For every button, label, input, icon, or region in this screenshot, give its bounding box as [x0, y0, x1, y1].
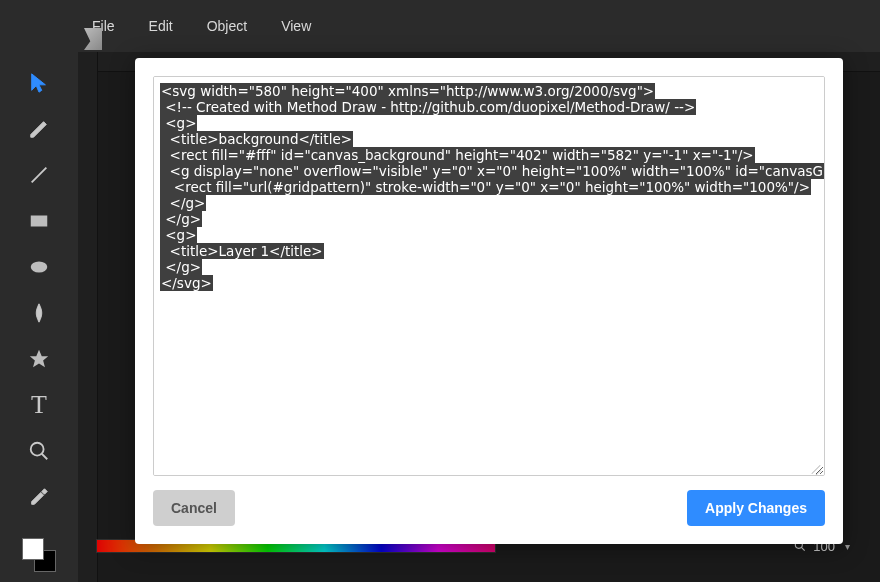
shape-tool[interactable] — [22, 342, 56, 376]
apply-changes-button[interactable]: Apply Changes — [687, 490, 825, 526]
svg-line-4 — [42, 454, 48, 460]
code-line: <rect fill="url(#gridpattern)" stroke-wi… — [160, 179, 818, 195]
svg-point-2 — [31, 262, 48, 273]
eyedropper-tool[interactable] — [22, 480, 56, 514]
ellipse-tool[interactable] — [22, 250, 56, 284]
code-line: <title>background</title> — [160, 131, 818, 147]
code-line: </g> — [160, 211, 818, 227]
svg-line-6 — [801, 547, 805, 551]
code-line: <rect fill="#fff" id="canvas_background"… — [160, 147, 818, 163]
chevron-down-icon: ▾ — [845, 541, 850, 552]
code-line: <g> — [160, 227, 818, 243]
svg-source-dialog: <svg width="580" height="400" xmlns="htt… — [135, 58, 843, 544]
menu-view[interactable]: View — [279, 14, 313, 38]
star-tool-icon — [28, 348, 50, 370]
code-line: <svg width="580" height="400" xmlns="htt… — [160, 83, 818, 99]
line-tool-icon — [28, 164, 50, 186]
app-root: File Edit Object View T — [0, 0, 880, 582]
svg-line-0 — [32, 168, 47, 183]
select-tool-icon — [28, 72, 50, 94]
code-line: <!-- Created with Method Draw - http://g… — [160, 99, 818, 115]
text-tool[interactable]: T — [22, 388, 56, 422]
zoom-tool[interactable] — [22, 434, 56, 468]
ellipse-tool-icon — [28, 256, 50, 278]
rect-tool[interactable] — [22, 204, 56, 238]
svg-rect-1 — [31, 216, 48, 227]
code-line: <g display="none" overflow="visible" y="… — [160, 163, 818, 179]
menu-object[interactable]: Object — [205, 14, 249, 38]
dialog-button-row: Cancel Apply Changes — [153, 490, 825, 526]
toolbar: T — [0, 52, 78, 582]
cancel-button[interactable]: Cancel — [153, 490, 235, 526]
svg-source-textarea[interactable]: <svg width="580" height="400" xmlns="htt… — [153, 76, 825, 476]
code-line: </g> — [160, 195, 818, 211]
svg-point-3 — [31, 443, 44, 456]
code-line: <g> — [160, 115, 818, 131]
zoom-tool-icon — [28, 440, 50, 462]
line-tool[interactable] — [22, 158, 56, 192]
code-line: </svg> — [160, 275, 818, 291]
path-tool-icon — [28, 302, 50, 324]
pencil-tool-icon — [28, 118, 50, 140]
fill-color-swatch — [22, 538, 44, 560]
menu-edit[interactable]: Edit — [147, 14, 175, 38]
app-logo-icon — [84, 28, 102, 50]
path-tool[interactable] — [22, 296, 56, 330]
code-line: <title>Layer 1</title> — [160, 243, 818, 259]
text-tool-icon: T — [31, 390, 47, 420]
color-swatch[interactable] — [20, 536, 58, 574]
code-line: </g> — [160, 259, 818, 275]
rect-tool-icon — [28, 210, 50, 232]
pencil-tool[interactable] — [22, 112, 56, 146]
menubar: File Edit Object View — [0, 0, 880, 52]
ruler-vertical — [78, 52, 98, 582]
eyedropper-tool-icon — [28, 486, 50, 508]
select-tool[interactable] — [22, 66, 56, 100]
resize-handle-icon[interactable] — [810, 461, 822, 473]
